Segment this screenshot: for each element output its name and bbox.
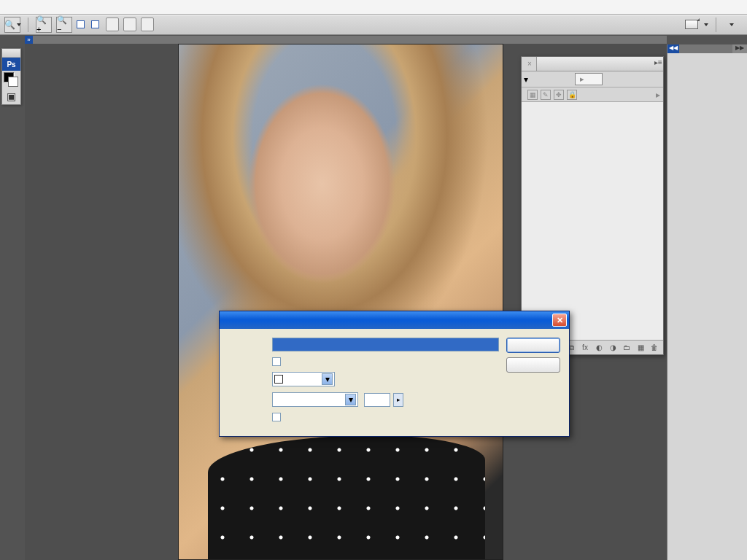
lock-all-icon[interactable]: 🔒 <box>567 90 577 100</box>
ps-logo-icon: Ps <box>2 58 20 71</box>
name-input[interactable] <box>272 338 499 351</box>
new-layer-icon[interactable]: ▦ <box>635 343 646 353</box>
fx-icon[interactable]: fx <box>579 343 591 353</box>
quickmask-icon[interactable]: ▣ <box>2 88 20 104</box>
neutral-checkbox <box>272 413 281 421</box>
collapse-dock-icon[interactable]: ◀◀ <box>667 44 679 53</box>
opacity-field[interactable]: ▸ <box>575 73 603 85</box>
lock-paint-icon[interactable]: ✎ <box>541 90 551 100</box>
lock-transparent-icon[interactable]: ▦ <box>527 90 538 100</box>
menu-bar <box>0 0 747 15</box>
tab-layers[interactable]: × <box>522 57 537 71</box>
mask-icon[interactable]: ◐ <box>593 343 605 353</box>
mode-select[interactable]: ▾ <box>272 392 358 407</box>
right-dock: ◀◀▶▶ <box>667 44 747 560</box>
adjust-icon[interactable]: ◑ <box>607 343 619 353</box>
separator <box>28 18 28 32</box>
layer-list <box>522 102 663 340</box>
resize-window-checkbox[interactable] <box>77 20 87 28</box>
panel-menu-icon[interactable]: ▸≡ <box>653 57 663 71</box>
print-size-button[interactable] <box>141 18 154 31</box>
panel-dock-tab[interactable]: » <box>25 36 33 44</box>
fill-field[interactable]: ▸ <box>654 90 660 100</box>
color-swatch[interactable] <box>2 71 20 88</box>
tab-channels[interactable] <box>537 57 546 71</box>
ok-button[interactable] <box>506 338 560 353</box>
clip-checkbox <box>272 357 281 366</box>
cancel-button[interactable] <box>506 357 560 373</box>
folder-icon[interactable]: 🗀 <box>621 343 632 353</box>
actual-pixels-button[interactable] <box>106 18 119 31</box>
zoom-in-icon[interactable]: 🔍+ <box>36 17 52 33</box>
opacity-input[interactable] <box>364 393 390 407</box>
color-select[interactable]: ▾ <box>272 372 335 386</box>
trash-icon[interactable]: 🗑 <box>649 343 660 353</box>
opacity-flyout-icon[interactable]: ▸ <box>393 393 403 407</box>
zoom-all-checkbox[interactable] <box>91 20 101 28</box>
dialog-titlebar[interactable]: ✕ <box>220 311 569 329</box>
canvas[interactable] <box>178 44 503 560</box>
lock-move-icon[interactable]: ✥ <box>554 90 564 100</box>
fit-screen-button[interactable] <box>123 18 136 31</box>
blend-mode-select[interactable]: ▾ <box>524 74 569 85</box>
zoom-out-icon[interactable]: 🔍− <box>56 17 72 33</box>
new-layer-dialog: ✕ ▾ ▾ <box>219 311 570 437</box>
toolbox-grip[interactable] <box>2 49 20 58</box>
options-bar: 🔍 🔍+ 🔍− <box>0 15 747 35</box>
close-icon[interactable]: ✕ <box>552 314 567 327</box>
background-color[interactable] <box>8 77 18 87</box>
tab-paths[interactable] <box>546 57 554 71</box>
current-tool-icon[interactable]: 🔍 <box>4 17 20 33</box>
screen-mode-icon[interactable] <box>685 20 698 29</box>
toolbox: Ps ▣ <box>1 48 21 105</box>
